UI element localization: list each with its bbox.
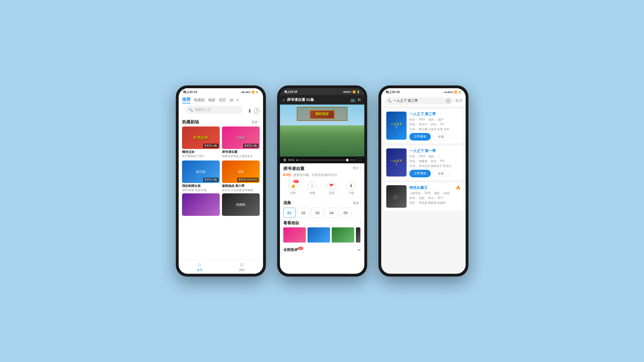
action-bar: 👍 427 点赞 ☆ 收藏 🚩	[283, 180, 361, 198]
episodes-more[interactable]: 更多 ›	[353, 201, 361, 205]
video-grid: 红色过浓 更新至14集 橘色过浓 张予曦倒追丁禹兮 古装剧 更新至14集 师爷请…	[179, 126, 263, 194]
search-input-wrap[interactable]: 🔍 一人之下 第三季 ✕	[385, 97, 453, 105]
player-video[interactable]: 南村风祥 南村风祥	[280, 105, 364, 157]
result-title-row-1: 一人之下 第三季	[409, 112, 461, 117]
home-label: 首页	[197, 268, 203, 272]
result-thumb-2[interactable]: 一人之下 1	[386, 148, 407, 177]
nav-mine[interactable]: ☺ 我的	[239, 262, 245, 272]
video-title-1: 橘色过浓	[182, 150, 220, 154]
update-info: 更新至14集	[293, 173, 309, 177]
result-list: 一人之下 3 一人之下 第三季 年份：2020 地区：国产	[381, 107, 466, 213]
hot-section-more[interactable]: 更多 ›	[252, 120, 260, 124]
home-icon: ⌂	[198, 262, 201, 268]
result-cast-1: 主演：曹云图 小连杀 彭尧 宝木...	[409, 127, 461, 131]
download-label: 下载	[348, 191, 354, 195]
video-card-5[interactable]	[182, 193, 220, 216]
collect-action[interactable]: ☆ 收藏	[308, 181, 317, 195]
phone2-status-bar: 晚上10:18 404K/s 📶 🔋	[280, 88, 364, 95]
video-card-4[interactable]: 综艺 更新至20200510 极限挑战 第六季 张艺兴小岳岳被还球格格...	[222, 160, 260, 192]
collect-label: 收藏	[309, 191, 315, 195]
content-info-row: 师爷请自重 简介 ›	[283, 166, 361, 171]
progress-fill	[296, 160, 297, 160]
video-card-6[interactable]: 琅琊榜	[222, 193, 260, 216]
video-card-2[interactable]: 古装剧 更新至14集 师爷请自重 搞怪女师爷恋上腹黑县令	[222, 126, 260, 158]
player-title: 师爷请自重 01集	[287, 97, 348, 102]
episode-05[interactable]: 05	[340, 208, 352, 218]
episode-02[interactable]: 02	[297, 208, 310, 218]
collect-button-1[interactable]: 收藏	[433, 133, 449, 141]
like-icon-wrap: 👍 427	[288, 181, 297, 190]
download-icon[interactable]: ⬇	[248, 108, 252, 114]
result-title-3: 绝色女赌王	[409, 185, 428, 190]
history-icon[interactable]: 🕐	[253, 108, 260, 114]
collect-icon: ☆	[311, 184, 314, 188]
comments-title-wrap: 全部热评 353	[283, 247, 303, 252]
refresh-icon[interactable]: ↻	[358, 98, 361, 102]
nav-home[interactable]: ⌂ 首页	[197, 262, 203, 272]
video-scene: 南村风祥 南村风祥	[280, 105, 364, 157]
fullscreen-button[interactable]: ⛶	[358, 158, 362, 162]
search-icon: 🔍	[189, 108, 193, 112]
comments-row: 全部热评 353 ✏	[283, 245, 361, 254]
phone1-status-bar: 晚上10:13 ...86.3K/s 📶 🔋	[179, 88, 263, 95]
tab-movie[interactable]: 电影	[208, 97, 216, 103]
edit-comment-icon[interactable]: ✏	[358, 248, 361, 252]
result-meta-2: 年份：2016 地区：--	[409, 155, 461, 159]
play-button-2[interactable]: 立即播放	[409, 170, 431, 177]
hot-section-title: 热播剧场	[182, 119, 199, 125]
phone1-nav-tabs: 推荐 电视剧 电影 综艺 动 ≡	[179, 95, 263, 106]
result-actions-2: 立即播放 收藏	[409, 170, 461, 177]
tab-variety[interactable]: 综艺	[219, 97, 226, 103]
download-icon-player: ⬇	[349, 184, 353, 188]
search-bar[interactable]: 🔍 闺蜜四人行	[185, 106, 243, 114]
video-card-3[interactable]: 医疗剧 更新至20集 我的刺猬女孩 "刺中带甜"逗笑开场	[182, 160, 220, 192]
phone3: 晚上10:18 ...14.6K/s 📶 🔋 🔍 一人之下 第三季 ✕ 取消	[378, 85, 468, 277]
similar-arrow[interactable]: ›	[360, 221, 361, 225]
result-card-2: 一人之下 1 一人之下 第一季 年份：2016 地区：--	[383, 146, 463, 180]
download-action[interactable]: ⬇ 下载	[347, 181, 356, 195]
tab-recommend[interactable]: 推荐	[182, 96, 190, 103]
result-meta-1: 年份：2020 地区：国产	[409, 118, 461, 122]
feedback-action[interactable]: 🚩 反馈	[327, 181, 336, 195]
phone3-network: ...14.6K/s	[442, 91, 453, 94]
search-icon-3: 🔍	[387, 99, 392, 103]
result-thumb-3[interactable]: ▷	[386, 185, 407, 208]
similar-item-2[interactable]	[308, 227, 330, 243]
similar-section: 看看相似 ›	[283, 221, 361, 243]
similar-item-3[interactable]	[332, 227, 354, 243]
video-thumb-5	[182, 193, 220, 216]
tab-tv[interactable]: 电视剧	[194, 97, 205, 103]
play-button-1[interactable]: 立即播放	[409, 133, 431, 141]
cancel-button[interactable]: 取消	[455, 98, 462, 103]
result-info-3: 绝色女赌王 🔥 上映年份：2019 地区：内地 导演：刘晶 评分：10.0	[409, 185, 461, 208]
episodes-grid: 01 02 03 04 05	[283, 208, 361, 218]
result-thumb-1[interactable]: 一人之下 3	[386, 112, 407, 140]
result-actions-1: 立即播放 收藏	[409, 133, 461, 141]
similar-item-4[interactable]	[356, 227, 360, 243]
similar-item-1[interactable]	[283, 227, 306, 243]
episode-04[interactable]: 04	[326, 208, 338, 218]
result-year-1: 年份：2020	[409, 118, 425, 122]
video-card-1[interactable]: 红色过浓 更新至14集 橘色过浓 张予曦倒追丁禹兮	[182, 126, 220, 158]
player-actions: 📺 ↻	[351, 98, 361, 102]
search-clear-button[interactable]: ✕	[446, 99, 450, 103]
pause-button[interactable]: ⏸	[283, 158, 287, 162]
tab-menu[interactable]: ≡	[237, 97, 239, 103]
mine-icon: ☺	[239, 262, 244, 268]
progress-bar[interactable]	[296, 160, 348, 160]
comments-title: 全部热评	[283, 247, 298, 252]
hot-section-header: 热播剧场 更多 ›	[179, 118, 263, 126]
genres: 古装历史/都市生活	[311, 173, 337, 177]
collect-button-2[interactable]: 收藏	[433, 170, 449, 177]
tab-anime[interactable]: 动	[230, 97, 233, 103]
badge-4: 更新至20200510	[237, 178, 258, 182]
content-title: 师爷请自重	[283, 166, 304, 171]
episode-01[interactable]: 01	[283, 208, 296, 218]
like-action[interactable]: 👍 427 点赞	[288, 181, 297, 195]
result-cast-2: 主演：田丸写志 饭田友子 早见沙...	[409, 164, 461, 168]
phone1-screen: 晚上10:13 ...86.3K/s 📶 🔋 推荐 电视剧 电影 综艺 动 ≡	[179, 88, 263, 274]
episode-03[interactable]: 03	[311, 208, 324, 218]
cast-icon[interactable]: 📺	[351, 98, 355, 102]
jian-jie-link[interactable]: 简介 ›	[353, 166, 361, 170]
back-button[interactable]: ‹	[283, 97, 285, 102]
